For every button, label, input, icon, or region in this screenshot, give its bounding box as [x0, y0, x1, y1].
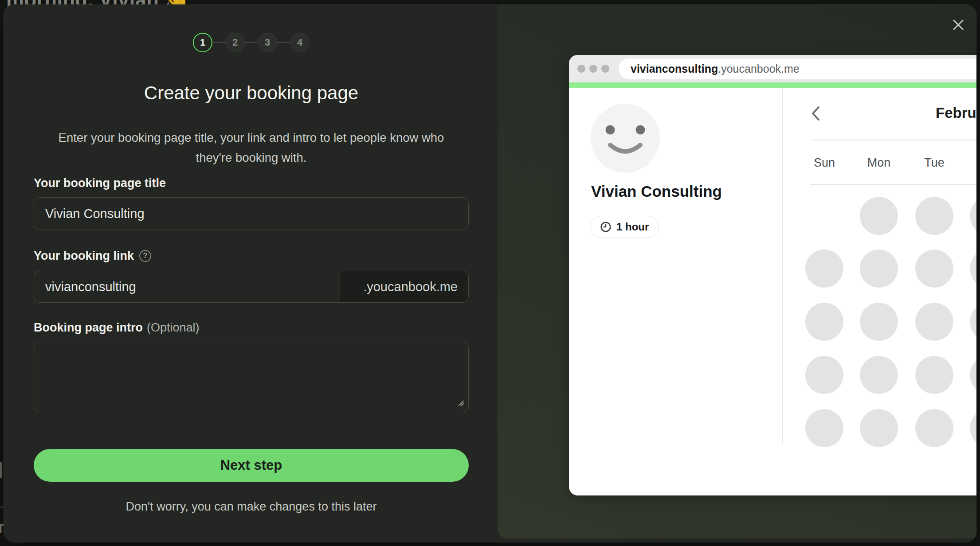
- window-dot-icon: [601, 65, 609, 73]
- calendar-slot: [915, 250, 953, 288]
- calendar-slot: [805, 409, 843, 447]
- calendar-divider: [810, 184, 976, 185]
- stepper: 1234: [34, 33, 469, 52]
- day-header-sun: Sun: [804, 156, 844, 170]
- booking-intro-label-text: Booking page intro: [34, 321, 143, 335]
- calendar-slot: [860, 197, 898, 235]
- url-subdomain: vivianconsulting: [631, 62, 718, 75]
- preview-column-divider: [782, 88, 783, 445]
- stepper-connector: [212, 42, 225, 43]
- stepper-connector: [277, 42, 290, 43]
- calendar-slot: [970, 356, 976, 394]
- calendar-slot: [915, 356, 953, 394]
- booking-link-label: Your booking link ?: [34, 248, 151, 263]
- calendar-slot: [970, 197, 976, 235]
- help-icon[interactable]: ?: [139, 250, 151, 262]
- calendar-slot: [970, 409, 976, 447]
- chevron-left-icon: [810, 105, 822, 121]
- avatar: [591, 104, 660, 173]
- page-title: Create your booking page: [34, 82, 469, 105]
- optional-hint: (Optional): [147, 321, 200, 335]
- browser-toolbar: vivianconsulting.youcanbook.me: [569, 55, 976, 82]
- calendar-slot: [805, 250, 843, 288]
- calendar-divider: [810, 140, 976, 140]
- preview-profile-name: Vivian Consulting: [591, 182, 722, 201]
- url-domain: .youcanbook.me: [718, 62, 799, 75]
- stepper-step-2: 2: [225, 33, 245, 52]
- smiley-face-icon: [591, 104, 660, 173]
- day-header-mon: Mon: [859, 156, 899, 170]
- preview-panel: vivianconsulting.youcanbook.me Vivian Co…: [498, 4, 976, 538]
- next-step-button[interactable]: Next step: [34, 449, 469, 482]
- day-header-wed: Wed: [969, 156, 976, 170]
- close-icon: [952, 19, 964, 31]
- onboarding-modal: 1234 Create your booking page Enter your…: [4, 4, 976, 542]
- browser-preview: vivianconsulting.youcanbook.me Vivian Co…: [569, 55, 976, 495]
- duration-label: 1 hour: [616, 221, 649, 233]
- calendar-slot: [860, 250, 898, 288]
- calendar-slot: [860, 356, 898, 394]
- stepper-connector: [245, 42, 258, 43]
- clock-icon: [600, 221, 612, 233]
- browser-window-dots: [577, 65, 609, 73]
- stepper-step-3: 3: [258, 33, 277, 52]
- booking-page-title-label: Your booking page title: [34, 176, 166, 191]
- calendar-slot: [860, 303, 898, 341]
- calendar-month-label: February: [936, 105, 976, 121]
- stepper-step-1: 1: [193, 33, 212, 52]
- duration-badge: 1 hour: [590, 216, 659, 238]
- calendar-slot: [805, 356, 843, 394]
- booking-link-label-text: Your booking link: [34, 249, 134, 263]
- booking-link-row: .youcanbook.me: [34, 271, 469, 303]
- calendar-slot: [970, 303, 976, 341]
- booking-link-input[interactable]: [34, 271, 340, 303]
- footer-note: Don't worry, you can make changes to thi…: [34, 500, 469, 514]
- window-dot-icon: [589, 65, 597, 73]
- calendar-slot: [915, 409, 953, 447]
- close-button[interactable]: [950, 16, 967, 33]
- booking-page-title-label-text: Your booking page title: [34, 176, 166, 190]
- brand-color-stripe: [569, 82, 976, 88]
- calendar-slot: [915, 303, 953, 341]
- booking-intro-textarea[interactable]: [34, 342, 469, 412]
- calendar-slot: [805, 303, 843, 341]
- screen: morning, Vivian 👋 T 1234 Create your boo…: [0, 0, 980, 546]
- booking-intro-label: Booking page intro (Optional): [34, 320, 200, 335]
- form-panel: 1234 Create your booking page Enter your…: [4, 4, 498, 542]
- stepper-step-4: 4: [290, 33, 310, 52]
- day-header-tue: Tue: [914, 156, 954, 170]
- booking-page-title-input[interactable]: [34, 197, 469, 230]
- browser-url-bar: vivianconsulting.youcanbook.me: [619, 58, 976, 79]
- background-scroll-fragment: [0, 462, 2, 478]
- booking-link-suffix: .youcanbook.me: [340, 271, 469, 303]
- subtitle: Enter your booking page title, your link…: [54, 128, 449, 168]
- calendar-slot: [860, 409, 898, 447]
- calendar-slot: [970, 250, 976, 288]
- window-dot-icon: [577, 65, 585, 73]
- calendar-slot: [915, 197, 953, 235]
